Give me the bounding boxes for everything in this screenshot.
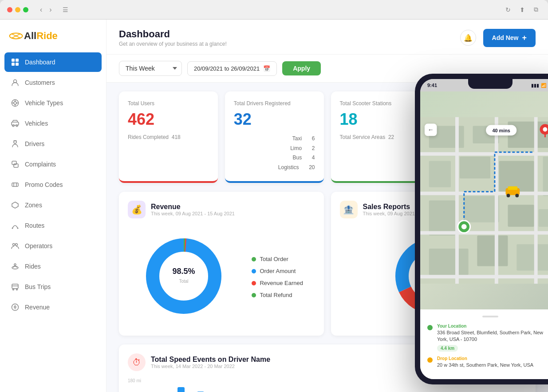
sidebar-item-zones[interactable]: Zones — [4, 195, 102, 215]
stat-card-drivers: Total Drivers Registered 32 Taxi 6 Limo … — [225, 91, 324, 183]
close-button[interactable] — [7, 7, 12, 12]
forward-button[interactable]: › — [47, 5, 54, 15]
complaints-icon — [11, 160, 20, 169]
revenue-legend: Total Order Order Amount Revenue Earned — [252, 256, 303, 298]
sidebar-item-label: Drivers — [25, 140, 44, 147]
svg-rect-64 — [495, 117, 498, 284]
sidebar-item-customers[interactable]: Customers — [4, 73, 102, 92]
svg-marker-23 — [12, 202, 18, 208]
browser-window: ‹ › ☰ ↻ ⬆ ⧉ AllRide — [0, 0, 548, 392]
sidebar-item-label: Operators — [25, 242, 52, 249]
svg-point-77 — [543, 127, 548, 132]
zones-icon — [11, 201, 20, 210]
drag-indicator — [482, 316, 498, 317]
svg-rect-58 — [516, 244, 548, 270]
rides-completed-value: 418 — [172, 134, 181, 140]
fullscreen-button[interactable] — [23, 7, 28, 12]
sidebar-item-label: Vehicles — [25, 120, 48, 127]
svg-text:40 mins: 40 mins — [492, 128, 510, 133]
total-refund-dot — [252, 293, 256, 297]
phone-status-icons: ▮▮▮ 📶 🔋 — [531, 83, 548, 88]
your-location-dot — [427, 325, 433, 330]
drop-location-dot — [427, 357, 433, 363]
your-location-address: 336 Broad Street, Blumfield, Southern Pa… — [437, 329, 548, 343]
operators-icon — [11, 242, 20, 250]
speed-title: Total Speed Events on Driver Name — [151, 356, 270, 364]
sidebar-item-complaints[interactable]: Complaints — [4, 154, 102, 174]
phone-frame: 9:41 ▮▮▮ 📶 🔋 — [415, 74, 548, 384]
revenue-donut-chart: 98.5% Total — [139, 232, 228, 321]
drop-location-details: Drop Location 20 w 34th st, Southern Par… — [437, 356, 533, 368]
legend-item-revenue-earned: Revenue Earned — [252, 280, 303, 286]
sidebar-item-revenue[interactable]: Revenue — [4, 297, 102, 317]
y-axis-labels: 180 mi 160 mi — [128, 378, 141, 392]
chart-title-group: Revenue This week, 09 Aug 2021 - 15 Aug … — [151, 203, 235, 216]
svg-point-16 — [16, 125, 18, 127]
svg-rect-57 — [477, 235, 508, 266]
phone-info-panel: Your Location 336 Broad Street, Blumfiel… — [420, 309, 548, 379]
speed-title-group: Total Speed Events on Driver Name This w… — [151, 356, 270, 369]
sidebar-item-dashboard[interactable]: Dashboard — [4, 52, 102, 72]
logo-icon — [9, 32, 23, 40]
sidebar-item-drivers[interactable]: Drivers — [4, 134, 102, 154]
stat-value: 462 — [128, 110, 209, 129]
svg-rect-3 — [12, 59, 15, 62]
period-select[interactable]: This Week This Month This Year Custom Ra… — [119, 61, 182, 76]
sidebar-item-rides[interactable]: Rides — [4, 257, 102, 276]
svg-rect-61 — [420, 231, 548, 235]
dashboard-icon — [11, 58, 20, 67]
svg-point-9 — [14, 102, 16, 104]
revenue-donut-container: 98.5% Total Total Order — [128, 227, 315, 327]
rides-completed-label: Rides Completed — [128, 134, 169, 140]
sidebar-item-routes[interactable]: Routes — [4, 216, 102, 235]
add-new-button[interactable]: Add New + — [483, 29, 536, 47]
stat-card-users: Total Users 462 Rides Completed 418 — [119, 91, 218, 183]
logo-text: AllRide — [24, 30, 58, 42]
your-location-details: Your Location 336 Broad Street, Blumfiel… — [437, 324, 548, 352]
sidebar-item-bus-trips[interactable]: Bus Trips — [4, 277, 102, 297]
distance-badge: 4.4 km — [437, 345, 458, 352]
svg-rect-53 — [464, 196, 499, 222]
svg-rect-49 — [460, 157, 490, 178]
legend-item-total-refund: Total Refund — [252, 292, 303, 298]
phone-screen: 9:41 ▮▮▮ 📶 🔋 — [420, 79, 548, 379]
logo: AllRide — [0, 27, 106, 52]
order-amount-label: Order Amount — [260, 268, 296, 274]
sidebar-item-operators[interactable]: Operators — [4, 236, 102, 256]
sidebar-menu: Dashboard Customers Vehicle Types — [0, 52, 106, 317]
stat-label: Total Scooter Stations — [340, 100, 421, 107]
sidebar: AllRide Dashboard Customers — [0, 20, 106, 392]
svg-point-70 — [507, 194, 510, 198]
notifications-button[interactable]: 🔔 — [460, 30, 476, 46]
chart-header: 💰 Revenue This week, 09 Aug 2021 - 15 Au… — [128, 201, 315, 218]
phone-notch — [468, 79, 513, 89]
sidebar-item-label: Dashboard — [25, 59, 55, 66]
service-areas-value: 22 — [388, 134, 394, 140]
sidebar-item-vehicle-types[interactable]: Vehicle Types — [4, 93, 102, 113]
map-area: 40 mins ← — [420, 91, 548, 309]
bell-icon: 🔔 — [464, 34, 473, 42]
sidebar-toggle[interactable]: ☰ — [60, 5, 71, 14]
browser-nav-right: ↻ ⬆ ⧉ — [503, 5, 541, 14]
date-range-picker[interactable]: 20/09/2021 to 26/09/2021 📅 — [187, 61, 277, 76]
sidebar-item-promo-codes[interactable]: Promo Codes — [4, 175, 102, 194]
share-button[interactable]: ⬆ — [517, 5, 528, 14]
phone-mockup: 9:41 ▮▮▮ 📶 🔋 — [415, 74, 548, 384]
window-controls[interactable]: ⧉ — [531, 5, 541, 14]
back-button[interactable]: ‹ — [37, 5, 45, 15]
reload-button[interactable]: ↻ — [503, 5, 513, 14]
vehicles-icon — [11, 119, 20, 128]
date-range-value: 20/09/2021 to 26/09/2021 — [194, 65, 260, 72]
svg-rect-51 — [543, 157, 548, 196]
svg-rect-4 — [16, 59, 19, 62]
svg-point-24 — [12, 228, 13, 229]
rides-icon — [11, 262, 20, 271]
minimize-button[interactable] — [15, 7, 20, 12]
apply-button[interactable]: Apply — [282, 61, 321, 75]
stat-sub: Total Service Areas 22 — [340, 134, 421, 140]
speed-date: This week, 14 Mar 2022 - 20 Mar 2022 — [151, 364, 270, 369]
sidebar-item-vehicles[interactable]: Vehicles — [4, 114, 102, 133]
calendar-icon: 📅 — [263, 65, 270, 72]
map-roads-svg: 40 mins ← — [420, 91, 548, 309]
stat-value: 18 — [340, 110, 421, 129]
